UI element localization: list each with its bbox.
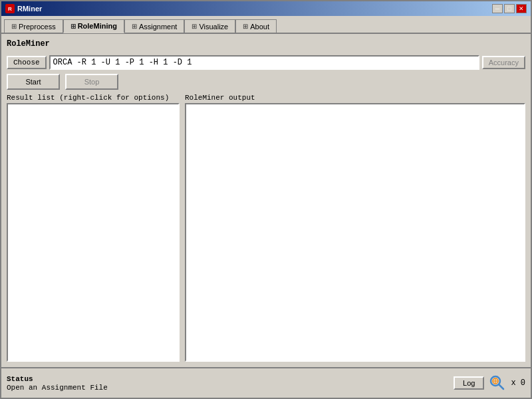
tab-bar: ⊞ Preprocess ⊞ RoleMining ⊞ Assignment ⊞… — [1, 16, 531, 34]
buttons-row: Start Stop — [7, 74, 525, 90]
search-icon — [488, 374, 507, 392]
tab-visualize-label: Visualize — [199, 23, 228, 31]
tab-visualize[interactable]: ⊞ Visualize — [184, 19, 235, 33]
tab-plus-icon: ⊞ — [11, 23, 17, 30]
tab-about-label: About — [250, 23, 269, 31]
tab-assignment-label: Assignment — [139, 23, 177, 31]
accuracy-button[interactable]: Accuracy — [482, 56, 525, 69]
stop-button[interactable]: Stop — [65, 74, 118, 90]
tab-rolemining[interactable]: ⊞ RoleMining — [63, 19, 124, 33]
title-bar-controls: ─ □ ✕ — [492, 4, 527, 13]
output-label: RoleMiner output — [185, 94, 525, 102]
counter-value: 0 — [521, 378, 525, 388]
counter-prefix: x — [511, 378, 515, 388]
output-box — [185, 103, 525, 362]
app-icon: R — [5, 4, 15, 13]
start-button[interactable]: Start — [7, 74, 60, 90]
tab-rolemining-label: RoleMining — [78, 22, 117, 30]
search-icon-wrapper — [488, 374, 507, 392]
status-label: Status — [7, 375, 108, 383]
status-message: Open an Assignment File — [7, 384, 108, 392]
tab-plus-icon: ⊞ — [70, 23, 76, 30]
maximize-button[interactable]: □ — [504, 4, 515, 13]
minimize-button[interactable]: ─ — [492, 4, 503, 13]
tab-assignment[interactable]: ⊞ Assignment — [124, 19, 184, 33]
tab-preprocess-label: Preprocess — [19, 23, 56, 31]
title-bar: R RMiner ─ □ ✕ — [1, 1, 531, 16]
status-bar: Status Open an Assignment File Log x 0 — [1, 367, 531, 398]
title-bar-title: R RMiner — [5, 4, 42, 13]
right-panel: RoleMiner output — [185, 94, 525, 362]
log-button[interactable]: Log — [454, 376, 484, 390]
left-panel: Result list (right-click for options) — [7, 94, 180, 362]
roleminer-section-label: RoleMiner — [7, 39, 525, 49]
status-left: Status Open an Assignment File — [7, 375, 108, 392]
command-input[interactable] — [49, 55, 479, 70]
main-content: RoleMiner Choose Accuracy Start Stop Res… — [1, 34, 531, 367]
tab-preprocess[interactable]: ⊞ Preprocess — [4, 19, 63, 33]
main-window: R RMiner ─ □ ✕ ⊞ Preprocess ⊞ RoleMining… — [0, 0, 532, 399]
svg-line-1 — [499, 385, 504, 390]
tab-plus-icon: ⊞ — [192, 23, 197, 30]
result-list-label: Result list (right-click for options) — [7, 94, 180, 102]
panels-row: Result list (right-click for options) Ro… — [7, 94, 525, 362]
result-list-box[interactable] — [7, 103, 180, 362]
tab-plus-icon: ⊞ — [132, 23, 137, 30]
tab-about[interactable]: ⊞ About — [235, 19, 277, 33]
status-right: Log x 0 — [454, 374, 525, 392]
roleminer-row: Choose Accuracy — [7, 55, 525, 70]
counter-display: x 0 — [511, 378, 525, 388]
window-title: RMiner — [17, 5, 42, 13]
close-button[interactable]: ✕ — [516, 4, 527, 13]
tab-plus-icon: ⊞ — [243, 23, 248, 30]
choose-button[interactable]: Choose — [7, 56, 47, 69]
